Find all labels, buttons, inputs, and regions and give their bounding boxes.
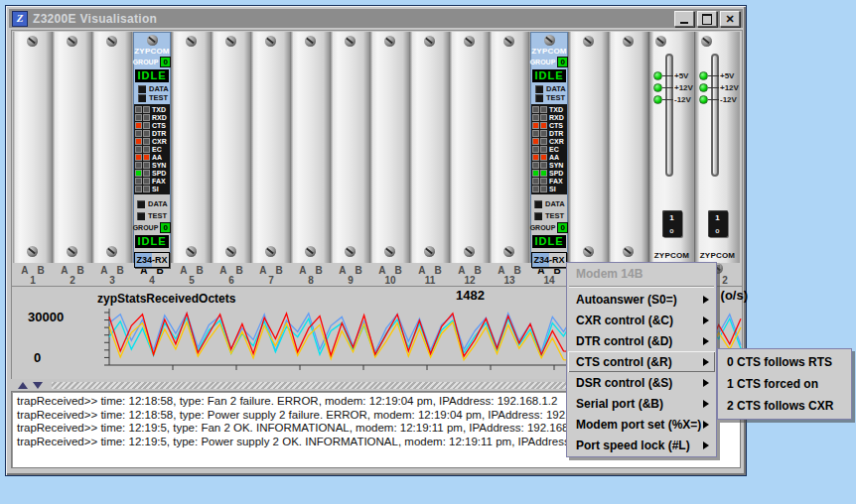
rack-slot-15 — [569, 32, 609, 263]
channel-b-label[interactable]: B — [435, 266, 442, 276]
led-label: FAX — [549, 178, 563, 185]
splitter-expand-up-icon[interactable] — [18, 382, 28, 389]
psu-led-row: +12V — [699, 83, 739, 91]
screw-icon — [701, 36, 712, 47]
switch-off-label: o — [715, 226, 719, 235]
channel-a-label[interactable]: A — [100, 266, 107, 276]
channel-b-label[interactable]: B — [316, 266, 323, 276]
rack-slot-14[interactable]: ZYPCOMGROUP0IDLEDATATESTTXDRXDCTSDTRCXRE… — [529, 32, 569, 263]
menu-item-dsr-control-s[interactable]: DSR control (&S) — [568, 372, 715, 393]
channel-a-label[interactable]: A — [259, 266, 266, 276]
data-label: DATA — [149, 84, 169, 93]
modem-type-button[interactable]: Z34-RX — [531, 252, 567, 268]
channel-b-label[interactable]: B — [276, 266, 283, 276]
rack-slot-4[interactable]: ZYPCOMGROUP0IDLEDATATESTTXDRXDCTSDTRCXRE… — [132, 32, 172, 263]
context-menu-items: Autoanswer (S0=)CXR control (&C)DTR cont… — [568, 289, 715, 455]
menu-item-label: Modem port set (%X=) — [576, 418, 703, 432]
channel-b-label[interactable]: B — [356, 266, 362, 276]
channel-b-label[interactable]: B — [197, 266, 204, 276]
submenu-item-0-cts-follows-rts[interactable]: 0 CTS follows RTS — [719, 351, 850, 373]
screw-icon — [305, 36, 316, 47]
close-button[interactable]: ✕ — [720, 11, 740, 27]
data-label: DATA — [148, 199, 168, 208]
led-label: AA — [152, 154, 162, 161]
channel-a-label[interactable]: A — [180, 266, 187, 276]
menu-item-label: Serial port (&B) — [576, 397, 703, 411]
led-label: SYN — [152, 162, 166, 169]
psu-led-row: -12V — [653, 95, 693, 103]
power-switch[interactable]: 1o — [662, 210, 682, 237]
data-button-a[interactable]: DATA — [535, 84, 566, 93]
menu-item-dtr-control-d[interactable]: DTR control (&D) — [568, 330, 715, 351]
data-led-icon — [535, 85, 543, 93]
menu-item-modem-port-set-x[interactable]: Modem port set (%X=) — [568, 414, 715, 435]
ec-led-a — [532, 146, 539, 153]
led-label: CTS — [152, 122, 166, 129]
power-ok-led-icon — [699, 83, 708, 92]
screw-icon — [583, 36, 594, 47]
cxr-led-b — [540, 138, 547, 145]
context-menu: Modem 14B Autoanswer (S0=)CXR control (&… — [566, 262, 717, 457]
menu-item-label: CXR control (&C) — [576, 314, 703, 327]
test-label: TEST — [148, 211, 167, 220]
psu-led-block: +5V+12V-12V — [699, 71, 739, 103]
rack-slot-13 — [490, 32, 529, 263]
data-button-b[interactable]: DATA — [137, 198, 168, 209]
menu-item-cxr-control-c[interactable]: CXR control (&C) — [568, 310, 715, 330]
modem-type-button[interactable]: Z34-RX — [134, 252, 170, 268]
led-row-ec: EC — [135, 146, 169, 153]
menu-item-serial-port-b[interactable]: Serial port (&B) — [568, 393, 715, 414]
modem-status-display: IDLE — [532, 69, 566, 82]
psu-voltage-label: +12V — [720, 83, 739, 92]
dtr-led-a — [135, 130, 142, 137]
psu-voltage-label: -12V — [674, 95, 691, 104]
slot-number: 10 — [370, 276, 410, 286]
submenu-item-2-cts-follows-cxr[interactable]: 2 CTS follows CXR — [719, 395, 850, 417]
slot-number: 11 — [410, 276, 450, 286]
psu-led-row: +5V — [653, 71, 693, 79]
menu-item-cts-control-r[interactable]: CTS control (&R) — [568, 351, 715, 372]
titlebar[interactable]: Z Z3200E Visualisation ✕ — [9, 9, 743, 28]
minimize-button[interactable] — [674, 11, 694, 27]
test-button-a[interactable]: TEST — [535, 93, 565, 102]
led-row-ec: EC — [532, 146, 566, 153]
modem-card-slot-4[interactable]: ZYPCOMGROUP0IDLEDATATESTTXDRXDCTSDTRCXRE… — [133, 32, 171, 263]
channel-a-label[interactable]: A — [61, 266, 68, 276]
submenu-item-1-cts-forced-on[interactable]: 1 CTS forced on — [719, 373, 850, 395]
channel-a-label[interactable]: A — [339, 266, 346, 276]
data-label: DATA — [546, 84, 566, 93]
led-label: SI — [152, 186, 159, 192]
led-label: EC — [152, 146, 162, 153]
data-button-b[interactable]: DATA — [534, 198, 565, 209]
cxr-led-a — [532, 138, 539, 145]
modem-status-display: IDLE — [135, 69, 169, 82]
channel-b-label[interactable]: B — [236, 266, 243, 276]
channel-a-label[interactable]: A — [21, 266, 28, 276]
data-button-a[interactable]: DATA — [138, 84, 169, 93]
channel-b-label[interactable]: B — [38, 266, 45, 276]
menu-item-autoanswer-s0[interactable]: Autoanswer (S0=) — [568, 289, 715, 310]
splitter-expand-down-icon[interactable] — [33, 382, 43, 389]
screw-icon — [265, 246, 276, 257]
spd-led-b — [540, 170, 547, 177]
modem-card-slot-14[interactable]: ZYPCOMGROUP0IDLEDATATESTTXDRXDCTSDTRCXRE… — [530, 32, 568, 263]
rack-slot-5 — [172, 32, 212, 263]
test-button-b[interactable]: TEST — [137, 210, 167, 221]
channel-a-label[interactable]: A — [219, 266, 226, 276]
cts-led-a — [135, 122, 142, 129]
power-switch[interactable]: 1o — [708, 210, 728, 237]
si-led-b — [540, 186, 547, 192]
screw-icon — [503, 36, 514, 47]
channel-b-label[interactable]: B — [117, 266, 124, 276]
maximize-button[interactable] — [697, 11, 717, 27]
test-button-b[interactable]: TEST — [534, 210, 564, 221]
channel-b-label[interactable]: B — [77, 266, 84, 276]
modem-rack-panel: ZYPCOMGROUP0IDLEDATATESTTXDRXDCTSDTRCXRE… — [11, 30, 743, 288]
led-label: SPD — [152, 170, 166, 177]
screw-icon — [147, 35, 158, 46]
switch-on-label: 1 — [715, 213, 719, 223]
menu-item-port-speed-lock-l[interactable]: Port speed lock (#L) — [568, 435, 715, 455]
menu-item-label: Autoanswer (S0=) — [576, 293, 703, 307]
test-button-a[interactable]: TEST — [138, 93, 168, 102]
channel-a-label[interactable]: A — [299, 266, 306, 276]
